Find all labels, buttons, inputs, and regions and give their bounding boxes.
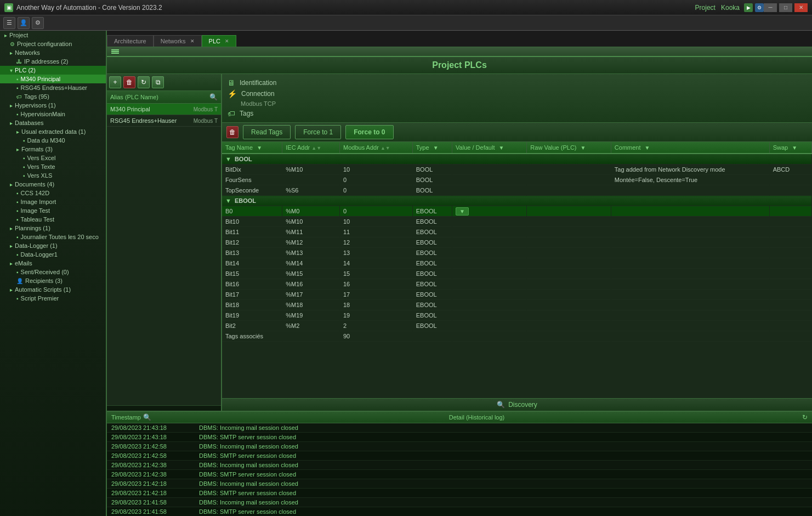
settings-toolbar-icon[interactable]: ⚙ [32, 17, 44, 29]
type-filter-icon[interactable]: ▼ [433, 145, 439, 151]
raw-filter-icon[interactable]: ▼ [581, 145, 586, 151]
force-to-0-button[interactable]: Force to 0 [345, 125, 393, 139]
play-btn[interactable]: ▶ [744, 3, 753, 12]
sidebar-item-journalier[interactable]: ▪ Journalier Toutes les 20 seco [0, 233, 106, 241]
delete-plc-button[interactable]: 🗑 [123, 76, 135, 88]
sidebar-item-hypervisors[interactable]: ▸ Hypervisors (1) [0, 101, 106, 110]
sidebar-item-recipients[interactable]: 👤 Recipients (3) [0, 276, 106, 285]
log-filter-icon[interactable]: 🔍 [143, 413, 151, 421]
sidebar-item-project[interactable]: ▸ Project [0, 31, 106, 39]
sidebar-item-tags[interactable]: 🏷 Tags (95) [0, 92, 106, 101]
table-row[interactable]: Bit2%M22EBOOL [222, 321, 812, 331]
sidebar-item-rsg45[interactable]: ▪ RSG45 Endress+Hauser [0, 83, 106, 92]
tab-plc-close[interactable]: ✕ [225, 38, 229, 44]
section-connection[interactable]: ⚡ Connection [228, 88, 807, 99]
left-panel-scrollbar[interactable] [107, 405, 221, 411]
table-row[interactable]: Tags associés90 [222, 331, 812, 342]
plc-filter-icon[interactable]: 🔍 [209, 93, 218, 101]
table-row[interactable]: B0%M00EBOOL▼ [222, 206, 812, 217]
section-identification[interactable]: 🖥 Identification [228, 77, 807, 88]
table-row[interactable]: Bit12%M1212EBOOL [222, 237, 812, 248]
col-tag-name[interactable]: Tag Name ▼ [222, 142, 282, 154]
sidebar-item-project-config[interactable]: ⚙ Project configuration [0, 39, 106, 48]
sidebar-item-documents[interactable]: ▸ Documents (4) [0, 180, 106, 189]
table-row[interactable]: Bit15%M1515EBOOL [222, 269, 812, 279]
sidebar-item-plannings[interactable]: ▸ Plannings (1) [0, 224, 106, 233]
delete-tag-button[interactable]: 🗑 [226, 126, 239, 138]
tag-name-filter-icon[interactable]: ▼ [257, 145, 262, 151]
col-comment[interactable]: Comment ▼ [611, 142, 769, 154]
comment-filter-icon[interactable]: ▼ [645, 145, 650, 151]
table-row[interactable]: BitDix%M1010BOOLTag added from Network D… [222, 165, 812, 175]
sidebar-item-plc[interactable]: ▾ PLC (2) [0, 66, 106, 75]
tab-architecture[interactable]: Architecture [107, 35, 154, 47]
table-row[interactable]: TopSeconde%S60BOOL [222, 185, 812, 196]
table-row[interactable]: Bit16%M1616EBOOL [222, 279, 812, 290]
section-tags[interactable]: 🏷 Tags [228, 108, 807, 119]
sidebar-item-tableau-test[interactable]: ▪ Tableau Test [0, 215, 106, 224]
discovery-bar[interactable]: 🔍 Discovery [222, 398, 812, 411]
sidebar-item-data-logger[interactable]: ▸ Data-Logger (1) [0, 241, 106, 250]
sidebar-item-ccs142d[interactable]: ▪ CCS 142D [0, 189, 106, 197]
maximize-button[interactable]: □ [779, 3, 792, 12]
tab-networks[interactable]: Networks ✕ [154, 35, 202, 47]
sidebar-item-usual-extracted[interactable]: ▸ Usual extracted data (1) [0, 127, 106, 136]
refresh-plc-button[interactable]: ↻ [138, 76, 150, 88]
log-row: 29/08/2023 21:41:58DBMS: Incoming mail s… [107, 498, 812, 507]
read-tags-button[interactable]: Read Tags [243, 125, 291, 139]
hamburger-toolbar-icon[interactable] [111, 49, 119, 54]
tab-plc[interactable]: PLC ✕ [202, 35, 236, 47]
plc-row-rsg45[interactable]: RSG45 Endress+Hauser Modbus T [107, 115, 221, 127]
sidebar-item-m340[interactable]: ▪ M340 Principal [0, 75, 106, 83]
col-swap[interactable]: Swap ▼ [769, 142, 811, 154]
sidebar-item-image-test[interactable]: ▪ Image Test [0, 206, 106, 215]
value-filter-icon[interactable]: ▼ [499, 145, 504, 151]
close-button[interactable]: ✕ [794, 3, 808, 12]
sidebar-item-emails[interactable]: ▸ eMails [0, 259, 106, 268]
sidebar-item-databases[interactable]: ▸ Databases [0, 118, 106, 127]
copy-plc-button[interactable]: ⧉ [152, 76, 164, 88]
table-row[interactable]: Bit19%M1919EBOOL [222, 310, 812, 321]
col-raw-value[interactable]: Raw Value (PLC) ▼ [527, 142, 611, 154]
col-iec-addr[interactable]: IEC Addr ▲▼ [282, 142, 340, 154]
sidebar-item-formats[interactable]: ▸ Formats (3) [0, 145, 106, 154]
log-refresh-button[interactable]: ↻ [802, 413, 808, 421]
log-timestamp: 29/08/2023 21:42:58 [111, 452, 199, 459]
col-type[interactable]: Type ▼ [412, 142, 452, 154]
table-row[interactable]: Bit13%M1313EBOOL [222, 248, 812, 258]
sidebar-item-data-logger1[interactable]: ▪ Data-Logger1 [0, 250, 106, 259]
sidebar-item-networks[interactable]: ▸ Networks [0, 48, 106, 57]
user-icon[interactable]: 👤 [18, 17, 30, 29]
sidebar-item-image-import[interactable]: ▪ Image Import [0, 197, 106, 206]
settings-btn[interactable]: ⚙ [755, 3, 764, 12]
force-to-1-button[interactable]: Force to 1 [295, 125, 341, 139]
table-row[interactable]: Bit10%M1010EBOOL [222, 217, 812, 227]
swap-filter-icon[interactable]: ▼ [792, 145, 797, 151]
sidebar-item-vers-texte[interactable]: ▪ Vers Texte [0, 162, 106, 171]
table-row[interactable]: Bit11%M1111EBOOL [222, 227, 812, 237]
add-plc-button[interactable]: + [109, 76, 121, 88]
table-row[interactable]: Bit14%M1414EBOOL [222, 258, 812, 269]
sidebar-item-data-m340[interactable]: ▪ Data du M340 [0, 136, 106, 145]
minimize-button[interactable]: ─ [764, 3, 777, 12]
sidebar-item-hypervisionmain[interactable]: ▪ HypervisionMain [0, 110, 106, 118]
log-rows[interactable]: 29/08/2023 21:43:18DBMS: Incoming mail s… [107, 423, 812, 516]
sidebar-item-vers-xls[interactable]: ▪ Vers XLS [0, 171, 106, 180]
tags-table-container[interactable]: Tag Name ▼ IEC Addr ▲▼ Modbus Addr ▲▼ Ty… [222, 142, 812, 398]
sidebar-item-ip-addresses[interactable]: 🖧 IP addresses (2) [0, 57, 106, 66]
sidebar-item-vers-excel[interactable]: ▪ Vers Excel [0, 154, 106, 162]
table-row[interactable]: Bit18%M1818EBOOL [222, 300, 812, 310]
table-row[interactable]: FourSens0BOOLMontée=False, Descente=True [222, 175, 812, 185]
section-collapse-icon[interactable]: ▼ [225, 197, 231, 204]
sidebar-item-script-premier[interactable]: ▪ Script Premier [0, 294, 106, 303]
col-value-default[interactable]: Value / Default ▼ [452, 142, 527, 154]
section-collapse-icon[interactable]: ▼ [225, 156, 231, 162]
plc-row-m340[interactable]: M340 Principal Modbus T [107, 104, 221, 115]
hypervisionmain-icon: ▪ [16, 111, 19, 117]
menu-icon[interactable]: ☰ [3, 17, 15, 29]
col-modbus-addr[interactable]: Modbus Addr ▲▼ [340, 142, 413, 154]
sidebar-item-sent-received[interactable]: ▪ Sent/Received (0) [0, 268, 106, 276]
tab-networks-close[interactable]: ✕ [190, 38, 195, 44]
sidebar-item-auto-scripts[interactable]: ▸ Automatic Scripts (1) [0, 285, 106, 294]
table-row[interactable]: Bit17%M1717EBOOL [222, 290, 812, 300]
